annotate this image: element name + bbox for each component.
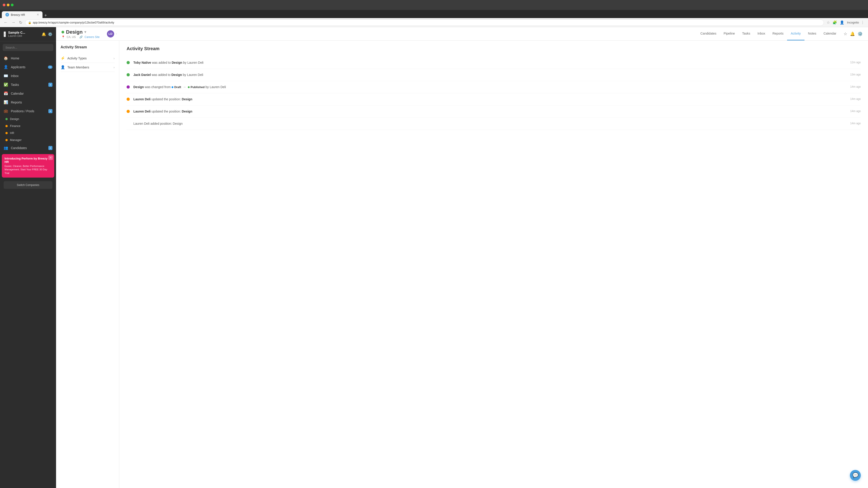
activity-dot-1 — [127, 61, 130, 64]
sidebar-item-reports[interactable]: 📊 Reports — [0, 98, 56, 107]
inbox-icon: ✉️ — [4, 74, 8, 78]
activity-item-3: Design was changed from Draft → Publishe… — [127, 81, 861, 93]
activity-subject-4: Design — [182, 97, 192, 101]
position-item-hr[interactable]: HR — [0, 129, 56, 136]
position-title: Design ▾ — [61, 29, 100, 35]
active-tab[interactable]: B Breezy HR × — [2, 11, 42, 18]
switch-companies-button[interactable]: Switch Companies — [4, 181, 53, 189]
tab-pipeline[interactable]: Pipeline — [720, 27, 739, 40]
activity-text-3: Design was changed from Draft → Publishe… — [133, 85, 846, 90]
tab-reports[interactable]: Reports — [769, 27, 787, 40]
sidebar-item-inbox[interactable]: ✉️ Inbox — [0, 71, 56, 80]
activity-dot-2 — [127, 73, 130, 76]
sidebar-label-calendar: Calendar — [11, 92, 24, 95]
chat-button[interactable]: 💬 — [850, 470, 861, 481]
manager-status-dot — [5, 139, 8, 141]
new-tab-button[interactable]: + — [42, 13, 49, 18]
menu-button[interactable]: ⋮ — [860, 20, 865, 26]
promo-banner: × Introducing Perform by Breezy HR Easie… — [2, 154, 54, 177]
draft-dot — [172, 86, 174, 88]
activity-text-4: Lauren Deli updated the position: Design — [133, 97, 846, 102]
sidebar-item-candidates[interactable]: 👥 Candidates + — [0, 143, 56, 152]
activity-text-1: Toby Native was added to Design by Laure… — [133, 60, 846, 65]
notification-bell-button[interactable]: 🔔 — [41, 32, 46, 36]
incognito-label: Incognito — [847, 21, 859, 24]
tasks-icon: ✅ — [4, 83, 8, 87]
address-text: app.breezy.hr/app/c/sample-company/p/12b… — [33, 21, 114, 24]
main-content: Design ▾ 📍 CA, US 🔗 Careers Site LD · Ca… — [56, 27, 868, 488]
activity-actor-3: Design — [133, 85, 144, 89]
tab-inbox[interactable]: Inbox — [754, 27, 769, 40]
position-item-design[interactable]: Design — [0, 116, 56, 123]
activity-item-2: Jack Daniel was added to Design by Laure… — [127, 69, 861, 81]
search-input[interactable] — [3, 44, 53, 51]
avatar: LD — [107, 30, 114, 37]
design-status-dot — [5, 118, 8, 120]
sidebar-action-icons: 🔔 ⚙️ — [41, 32, 53, 36]
position-header: Design ▾ 📍 CA, US 🔗 Careers Site — [61, 29, 100, 39]
activity-text-5: Lauren Deli updated the position: Design — [133, 109, 846, 114]
sidebar-item-home[interactable]: 🏠 Home — [0, 54, 56, 63]
tab-candidates[interactable]: Candidates — [697, 27, 720, 40]
tab-title: Breezy HR — [11, 13, 25, 17]
back-button[interactable]: ← — [3, 19, 8, 26]
activity-subject-1: Design — [172, 61, 182, 64]
sidebar-back-button[interactable]: ‹ — [4, 31, 6, 37]
tab-calendar[interactable]: Calendar — [820, 27, 840, 40]
position-item-finance[interactable]: Finance — [0, 123, 56, 129]
bookmark-button[interactable]: ☆ — [826, 20, 831, 26]
positions-badge: + — [49, 109, 53, 113]
position-label-manager: Manager — [10, 138, 22, 142]
tab-close-button[interactable]: × — [37, 13, 39, 17]
settings-gear-button[interactable]: ⚙️ — [858, 31, 863, 36]
sidebar: ‹ Sample C... Lauren Deli 🔔 ⚙️ 🏠 Home 👤 … — [0, 27, 56, 488]
promo-title: Introducing Perform by Breezy HR — [4, 157, 52, 164]
lock-icon: 🔒 — [28, 21, 31, 24]
forward-button[interactable]: → — [10, 19, 16, 26]
activity-dot-3 — [127, 86, 130, 89]
content-area: Activity Stream ⚡ Activity Types › 👤 Tea… — [56, 41, 868, 488]
refresh-button[interactable]: ↻ — [18, 19, 23, 26]
filter-team-members[interactable]: 👤 Team Members › — [61, 63, 115, 72]
chevron-right-icon-2: › — [114, 66, 115, 69]
home-icon: 🏠 — [4, 56, 8, 60]
location-pin-icon: 📍 — [61, 35, 65, 39]
position-item-manager[interactable]: Manager — [0, 136, 56, 143]
filter-activity-types-label: Activity Types — [67, 57, 87, 60]
address-bar[interactable]: 🔒 app.breezy.hr/app/c/sample-company/p/1… — [25, 20, 824, 26]
extensions-button[interactable]: 🧩 — [832, 20, 838, 26]
careers-site-link[interactable]: Careers Site — [85, 35, 100, 39]
activity-time-2: 13m ago — [850, 73, 861, 76]
hr-status-dot — [5, 132, 8, 134]
activity-actor-1: Toby Native — [133, 61, 151, 64]
bell-button[interactable]: 🔔 — [850, 31, 855, 36]
activity-item-6: Lauren Deli added position: Design 14m a… — [127, 118, 861, 130]
activity-time-4: 14m ago — [850, 97, 861, 101]
nav-action-buttons: ☆ 🔔 ⚙️ — [844, 31, 863, 36]
position-status-indicator — [61, 31, 64, 33]
sidebar-label-reports: Reports — [11, 101, 22, 104]
settings-button[interactable]: ⚙️ — [48, 32, 53, 36]
filter-activity-types[interactable]: ⚡ Activity Types › — [61, 54, 115, 63]
chevron-down-icon[interactable]: ▾ — [84, 30, 86, 34]
arrow-icon: → — [183, 85, 186, 89]
activity-text-2: Jack Daniel was added to Design by Laure… — [133, 72, 846, 77]
sidebar-item-applicants[interactable]: 👤 Applicants 1 — [0, 63, 56, 71]
candidates-badge: + — [49, 146, 53, 150]
browser-toolbar: ← → ↻ 🔒 app.breezy.hr/app/c/sample-compa… — [0, 18, 868, 27]
tab-notes[interactable]: Notes — [804, 27, 820, 40]
activity-dot-5 — [127, 110, 130, 113]
sidebar-item-calendar[interactable]: 📅 Calendar — [0, 89, 56, 98]
promo-close-button[interactable]: × — [49, 156, 53, 160]
from-status: Draft — [172, 85, 181, 90]
tab-activity[interactable]: Activity — [787, 27, 804, 40]
tasks-badge: + — [49, 83, 53, 87]
company-name: Sample C... — [8, 31, 39, 34]
tab-tasks[interactable]: Tasks — [739, 27, 754, 40]
sidebar-item-positions[interactable]: 💼 Positions / Pools + — [0, 107, 56, 116]
published-dot — [188, 86, 190, 88]
sidebar-item-tasks[interactable]: ✅ Tasks + — [0, 80, 56, 89]
star-button[interactable]: ☆ — [844, 31, 847, 36]
activity-actor-2: Jack Daniel — [133, 73, 151, 76]
profile-button[interactable]: 👤 — [839, 20, 845, 26]
